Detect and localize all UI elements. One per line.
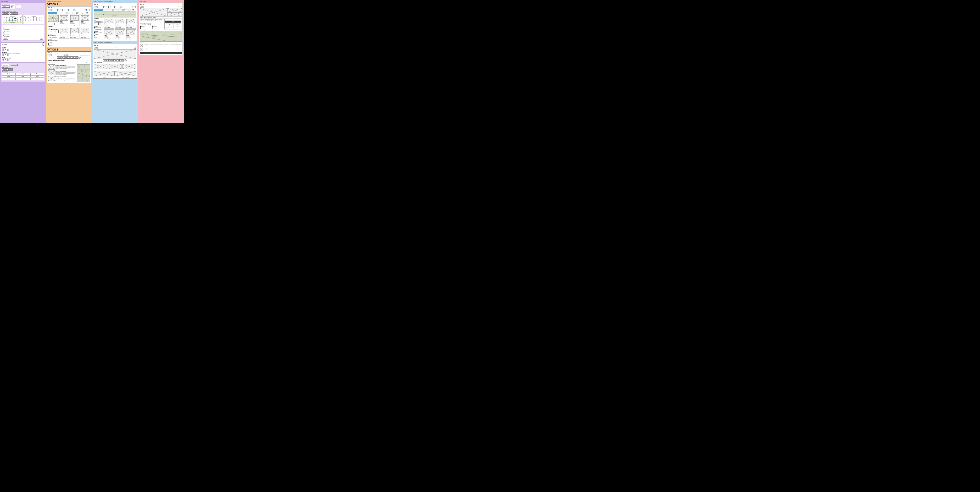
location-radio-1[interactable] (3, 28, 5, 30)
amenity-4-checkbox[interactable] (152, 27, 153, 29)
month-3[interactable]: Month (30, 73, 44, 75)
p3-tab-3[interactable]: Lorem ipsum (113, 9, 123, 11)
category-lake[interactable]: Lake (122, 64, 136, 71)
home-checkout[interactable]: Check-out (114, 59, 119, 62)
king-bed-checkbox[interactable] (48, 35, 49, 37)
listing-1[interactable]: Lorem ipsum dolor ♡ Lorem ipsum dolor si… (48, 64, 76, 70)
user-avatar[interactable] (88, 9, 90, 11)
weekend-btn[interactable]: Weekend (2, 68, 8, 71)
location-item-3[interactable]: Location 3 (3, 33, 43, 35)
opt2-checkout[interactable]: Check-out (68, 56, 74, 59)
heart-3[interactable]: ♡ (75, 76, 76, 78)
p3-checkin[interactable]: Check-in (103, 6, 109, 8)
nav-guests[interactable]: Guests (69, 9, 73, 11)
tab-4[interactable]: Lorem ipsum (77, 12, 87, 14)
heart-2[interactable]: ♡ (75, 70, 76, 72)
max-price-btn[interactable]: Max price $ (53, 30, 59, 33)
flexible-dates-btn2[interactable]: Flexible dates (10, 64, 18, 66)
category-countryside[interactable]: Countryside (94, 64, 107, 71)
search-btn[interactable]: 🔍 (41, 43, 44, 46)
listing-3[interactable]: Lorem ipsum dolor ♡ Lorem ipsum dolor si… (48, 76, 76, 81)
month-8[interactable]: Month (16, 78, 30, 80)
p3-max-price[interactable]: Max price $ (99, 22, 103, 25)
view-map-btn[interactable]: View map (48, 23, 54, 25)
filters-btn[interactable]: Filters (48, 62, 52, 64)
amenity-2-checkbox[interactable] (152, 25, 153, 27)
show-more-link[interactable]: Show more (48, 45, 59, 46)
cal-prev-1[interactable]: ◀ (3, 16, 3, 17)
p3-price-slider[interactable] (94, 21, 103, 22)
location-radio-2[interactable] (3, 31, 5, 33)
nav-location[interactable]: Location (52, 9, 57, 11)
cal-next-1[interactable]: ▶ (22, 16, 22, 17)
sort-by-btn[interactable]: Sort by (85, 62, 90, 64)
kitchen-checkbox[interactable] (48, 40, 49, 41)
dogs-increment[interactable]: + (7, 59, 9, 61)
month-2[interactable]: Month (16, 73, 30, 75)
location-item-2[interactable]: Location 2 (3, 31, 43, 33)
p3-tab-4[interactable]: Lorem ipsum (123, 9, 132, 11)
card-1[interactable]: Name Location Description... Price / 2 n… (59, 14, 69, 26)
p3-guests[interactable]: Guests (115, 6, 119, 8)
p3-card-4[interactable]: Name Location Description... Price / 2 n… (104, 29, 114, 40)
search-icon-1[interactable]: 🔍 (74, 9, 76, 11)
price-thumb-min[interactable] (51, 29, 52, 30)
category-forest[interactable]: Forest (94, 71, 115, 78)
p3-min-price[interactable]: Min price $ (94, 22, 99, 25)
p3-card-1[interactable]: Name Location Description... Price / 2 n… (104, 18, 114, 29)
location-radio-4[interactable] (3, 35, 5, 37)
home-location[interactable]: Location (103, 59, 108, 62)
view-map-3[interactable]: View map (113, 15, 117, 17)
children-decrement[interactable]: − (2, 54, 4, 56)
card-4[interactable]: Name Location Description... Price / 2 n… (59, 27, 69, 39)
cta-btn[interactable]: CTA (165, 21, 181, 23)
listing-2[interactable]: Lorem ipsum dolor ♡ Lorem ipsum dolor si… (48, 70, 76, 75)
next-btn[interactable]: next (40, 38, 43, 40)
cal-prev-2[interactable]: ◀ (24, 16, 24, 17)
home-checkin[interactable]: Check-in (108, 59, 114, 62)
card-6[interactable]: Name Location Description... Price / 2 n… (80, 27, 90, 39)
week-btn[interactable]: Week (8, 68, 13, 71)
heart-icon-5[interactable]: ♡ (180, 6, 182, 8)
card-2[interactable]: Name Location Description... Price / 2 n… (70, 14, 80, 26)
category-vineyards[interactable]: Vineyards (108, 64, 121, 71)
thumb-2[interactable] (168, 13, 182, 16)
search-icon-3[interactable]: 🔍 (119, 6, 122, 8)
card-3[interactable]: Name Location Description... Price / 2 n… (80, 14, 90, 26)
share-icon[interactable]: ↗ (178, 6, 180, 8)
nav-checkout[interactable]: Check-out (63, 9, 68, 11)
search-icon-4[interactable]: 🔍 (125, 59, 127, 61)
adults-decrement[interactable]: − (2, 49, 4, 51)
p3-show-more[interactable]: Show more (94, 37, 103, 38)
p3-kitchen-checkbox[interactable] (94, 32, 95, 33)
category-badge-2[interactable]: Category (145, 23, 151, 25)
amenity-3-checkbox[interactable] (140, 27, 141, 29)
amenity-1-checkbox[interactable] (140, 25, 141, 27)
opt2-location[interactable]: Location (57, 56, 62, 59)
user-icon-4[interactable] (134, 47, 136, 49)
p3-shower-checkbox[interactable] (94, 34, 95, 35)
p3-card-2[interactable]: Name Location Description... Price / 2 n… (115, 18, 125, 29)
nav-checkin[interactable]: Check-in (57, 9, 63, 11)
close-guests-btn[interactable]: ✕ (43, 41, 44, 43)
filter-icon-3[interactable]: ☰ (132, 6, 133, 8)
user-avatar-3[interactable] (134, 6, 136, 8)
select-dates-btn2[interactable]: Select dates (2, 64, 9, 66)
search-icon-2[interactable]: 🔍 (79, 57, 81, 59)
card-5[interactable]: Name Location Description... Price / 2 n… (70, 27, 80, 39)
view-more-btn[interactable]: view more (3, 38, 8, 40)
select-dates-btn[interactable]: Select dates (2, 13, 9, 14)
p3-king-checkbox[interactable] (94, 27, 95, 29)
location-field[interactable]: Location (2, 5, 10, 8)
location-radio-3[interactable] (3, 33, 5, 35)
p3-tab-1[interactable]: Lorem ipsum (94, 9, 103, 11)
location-item-1[interactable]: Location 1 (3, 28, 43, 30)
p3-card-3[interactable]: Name Location Description... Price / 2 n… (126, 18, 136, 29)
p3-checkout[interactable]: Check-out (109, 6, 115, 8)
category-close-animals[interactable]: Close to animals (115, 71, 136, 78)
price-thumb-max[interactable] (56, 29, 57, 30)
p3-tab-2[interactable]: Lorem ipsum (103, 9, 113, 11)
games-checkbox[interactable] (48, 43, 49, 45)
shower-checkbox[interactable] (48, 41, 49, 43)
tab-2[interactable]: Lorem ipsum (58, 12, 67, 14)
